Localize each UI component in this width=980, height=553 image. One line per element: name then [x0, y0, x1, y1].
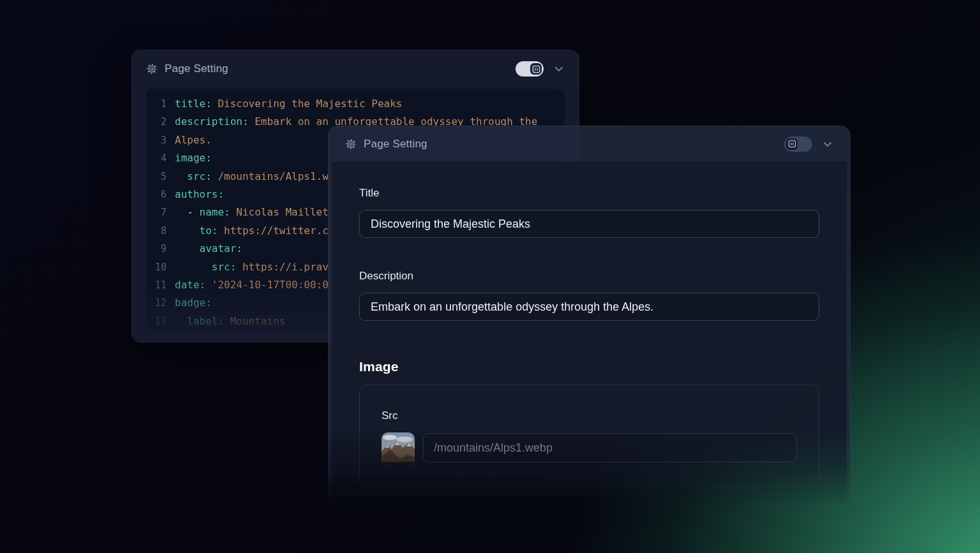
form-settings-panel: Page Setting Title Description Image [328, 126, 850, 506]
panel-title: Page Setting [165, 63, 228, 75]
chevron-down-icon[interactable] [822, 138, 833, 150]
chevron-down-icon[interactable] [553, 63, 565, 75]
description-label: Description [359, 270, 819, 283]
description-input[interactable] [359, 293, 819, 321]
src-label: Src [382, 409, 797, 422]
image-section-heading: Image [359, 359, 819, 374]
image-group-card: Src [359, 385, 819, 487]
title-input[interactable] [359, 210, 819, 238]
gear-icon [345, 138, 357, 150]
title-label: Title [359, 187, 819, 200]
code-block-icon [786, 138, 798, 150]
code-line: 1title: Discovering the Majestic Peaks [150, 95, 565, 113]
code-block-icon [530, 63, 542, 75]
view-mode-toggle[interactable] [784, 136, 812, 152]
code-panel-header: Page Setting [132, 50, 579, 87]
src-row [382, 432, 797, 467]
mountain-photo-thumbnail [382, 432, 415, 467]
gear-icon [146, 63, 158, 75]
form-panel-header: Page Setting [329, 126, 850, 161]
image-src-input[interactable] [423, 433, 797, 462]
form-body: Title Description Image Src [332, 161, 847, 502]
panel-title: Page Setting [364, 138, 427, 151]
view-mode-toggle[interactable] [516, 61, 544, 77]
